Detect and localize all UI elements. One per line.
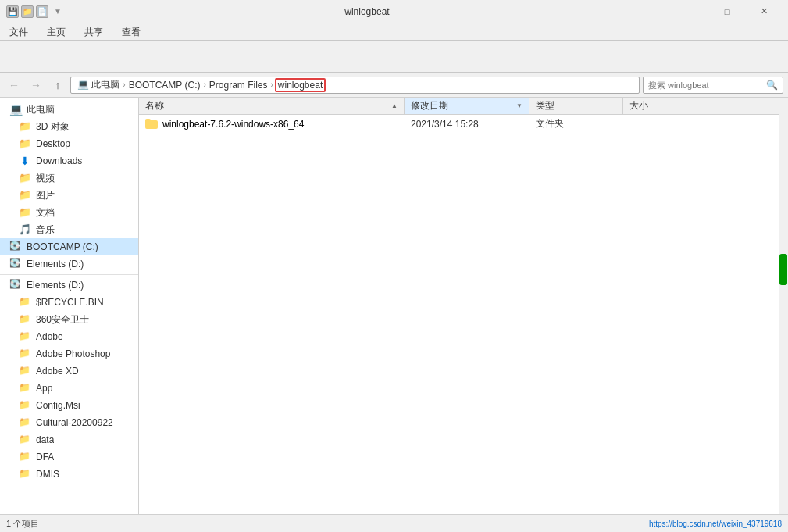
sidebar-item-recycle[interactable]: 📁 $RECYCLE.BIN [0,294,138,311]
sidebar-item-data[interactable]: 📁 data [0,431,138,448]
maximize-button[interactable]: □ [709,0,745,23]
sidebar-item-bootcamp[interactable]: 💽 BOOTCAMP (C:) [0,238,138,255]
drive-icon: 💽 [9,241,22,253]
sidebar-item-downloads[interactable]: ⬇ Downloads [0,152,138,170]
sidebar-label: Elements (D:) [27,280,84,291]
tab-share[interactable]: 共享 [75,23,112,40]
sidebar-label: App [36,383,52,394]
sidebar-item-cultural[interactable]: 📁 Cultural-20200922 [0,414,138,431]
folder-icon: 📁 [19,313,31,326]
search-bar[interactable]: 🔍 [643,77,783,94]
column-header: 名称 ▲ 修改日期 ▼ 类型 大小 [139,98,779,115]
sidebar-item-videos[interactable]: 📁 视频 [0,170,138,187]
breadcrumb-sep-3: › [271,80,273,89]
sidebar-item-dmis[interactable]: 📁 DMIS [0,466,138,483]
sidebar-item-music[interactable]: 🎵 音乐 [0,221,138,238]
content-area: 名称 ▲ 修改日期 ▼ 类型 大小 winlogbeat-7.6.2-windo… [139,98,779,514]
tab-file[interactable]: 文件 [0,23,37,40]
breadcrumb-program-files[interactable]: Program Files [208,80,269,91]
title-bar: 💾 📁 📄 ▼ winlogbeat ─ □ ✕ [0,0,788,23]
music-icon: 🎵 [19,223,31,236]
up-button[interactable]: ↑ [48,76,67,95]
file-list: winlogbeat-7.6.2-windows-x86_64 2021/3/1… [139,115,779,514]
folder-icon: 📁 [19,399,31,412]
sidebar-item-adobe-xd[interactable]: 📁 Adobe XD [0,362,138,380]
breadcrumb-this-pc[interactable]: 💻 此电脑 [76,78,121,91]
sidebar-item-adobe[interactable]: 📁 Adobe [0,328,138,345]
sort-arrow-date: ▼ [516,102,522,109]
sidebar-item-adobe-photoshop[interactable]: 📁 Adobe Photoshop [0,345,138,362]
sidebar-label: Adobe Photoshop [36,348,110,359]
sidebar-label: 图片 [36,189,55,202]
folder-icon: 📁 [19,468,31,480]
breadcrumb-winlogbeat[interactable]: winlogbeat [275,78,326,92]
col-header-name[interactable]: 名称 ▲ [139,98,405,114]
drive-icon: 💽 [9,258,22,270]
col-header-type[interactable]: 类型 [529,98,623,114]
folder-icon: 📁 [19,330,31,343]
save-icon: 💾 [6,5,19,18]
right-scrollbar[interactable] [779,98,788,514]
breadcrumb-bar: 💻 此电脑 › BOOTCAMP (C:) › Program Files › … [70,77,640,94]
main-layout: 💻 此电脑 📁 3D 对象 📁 Desktop ⬇ Downloads 📁 视频… [0,98,788,514]
sidebar-item-documents[interactable]: 📁 文档 [0,204,138,221]
sort-arrow: ▲ [391,102,398,109]
sidebar-label: 此电脑 [27,103,55,116]
sidebar-label: 音乐 [36,223,55,237]
sidebar-item-pictures[interactable]: 📁 图片 [0,187,138,204]
col-header-date[interactable]: 修改日期 ▼ [405,98,529,114]
folder-icon: 📁 [19,416,31,429]
ribbon-content [0,41,788,72]
sidebar-item-3d[interactable]: 📁 3D 对象 [0,118,138,135]
sidebar-label: $RECYCLE.BIN [36,297,104,308]
back-button[interactable]: ← [5,76,23,95]
sidebar-item-app[interactable]: 📁 App [0,380,138,397]
sidebar-item-desktop[interactable]: 📁 Desktop [0,135,138,152]
col-header-size[interactable]: 大小 [623,98,779,114]
sidebar-label: 360安全卫士 [36,313,89,327]
folder-icon: 📁 [19,296,31,309]
tab-home[interactable]: 主页 [37,23,75,40]
sidebar: 💻 此电脑 📁 3D 对象 📁 Desktop ⬇ Downloads 📁 视频… [0,98,139,514]
sidebar-label: Elements (D:) [27,259,84,270]
sidebar-label: 视频 [36,172,55,185]
breadcrumb-sep-1: › [123,80,125,89]
sidebar-label: Desktop [36,138,70,149]
file-name: winlogbeat-7.6.2-windows-x86_64 [162,119,304,130]
status-item-count: 1 个项目 [6,518,39,530]
folder-icon: 📁 [19,137,31,150]
table-row[interactable]: winlogbeat-7.6.2-windows-x86_64 2021/3/1… [139,115,779,134]
window-title: winlogbeat [65,6,669,17]
sidebar-item-dfa[interactable]: 📁 DFA [0,448,138,466]
sidebar-label: Adobe [36,331,63,342]
sidebar-item-360[interactable]: 📁 360安全卫士 [0,311,138,328]
status-bar: 1 个项目 https://blog.csdn.net/weixin_43719… [0,514,788,532]
sidebar-label: Cultural-20200922 [36,417,113,428]
new-icon: 📄 [36,5,48,18]
sidebar-item-elements-d-short[interactable]: 💽 Elements (D:) [0,255,138,273]
sidebar-item-elements-d[interactable]: 💽 Elements (D:) [0,277,138,294]
close-button[interactable]: ✕ [746,0,782,23]
sidebar-label: DMIS [36,469,59,480]
search-input[interactable] [648,80,763,90]
sidebar-item-config-msi[interactable]: 📁 Config.Msi [0,397,138,414]
file-name-cell: winlogbeat-7.6.2-windows-x86_64 [139,119,405,130]
folder-icon: 📁 [19,120,31,133]
folder-icon: 📁 [19,382,31,395]
folder-icon: 📁 [19,365,31,377]
breadcrumb-bootcamp[interactable]: BOOTCAMP (C:) [127,80,202,91]
minimize-button[interactable]: ─ [672,0,708,23]
tab-view[interactable]: 查看 [112,23,150,40]
sidebar-label: Downloads [36,155,82,166]
folder-icon: 📁 [19,206,31,219]
sidebar-divider [0,274,138,275]
scrollbar-thumb[interactable] [779,254,787,285]
sidebar-item-this-pc[interactable]: 💻 此电脑 [0,101,138,118]
folder-icon: 📁 [19,172,31,184]
search-icon: 🔍 [766,80,778,91]
drive-icon: 💽 [9,279,22,291]
forward-button[interactable]: → [27,76,45,95]
folder-icon: 📁 [21,5,34,18]
title-bar-icons: 💾 📁 📄 ▼ [6,5,62,18]
computer-icon: 💻 [77,79,89,90]
